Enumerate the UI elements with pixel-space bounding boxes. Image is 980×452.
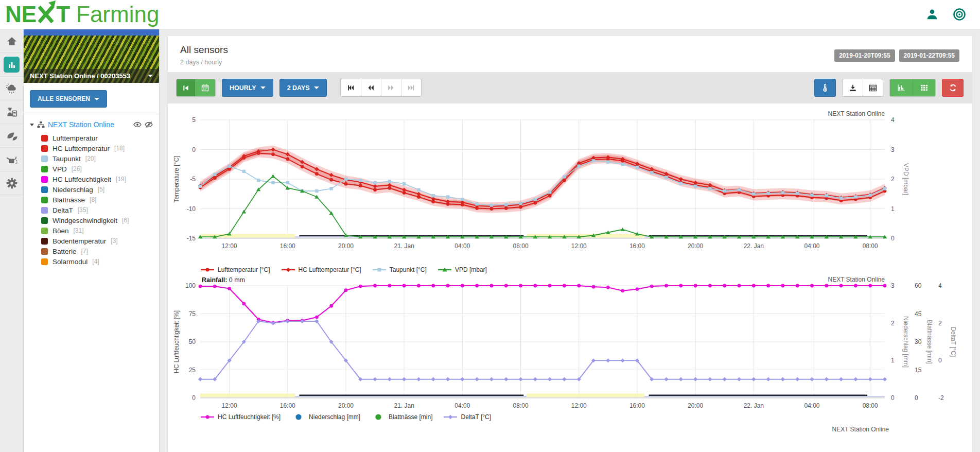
legend-label: Niederschlag [mm] <box>309 413 360 421</box>
sensor-item[interactable]: Windgeschwindigkeit[6] <box>30 215 153 225</box>
sensor-label: VPD <box>52 165 67 173</box>
grid-view-button[interactable] <box>913 79 935 96</box>
rail-item-weather[interactable] <box>0 77 23 100</box>
interval-dropdown[interactable]: HOURLY <box>222 79 273 97</box>
broadcast-button[interactable] <box>952 7 967 22</box>
range-dropdown[interactable]: 2 DAYS <box>279 79 327 97</box>
sensor-item[interactable]: Solarmodul[4] <box>30 256 153 267</box>
next-button[interactable] <box>381 79 401 96</box>
sensor-count: [19] <box>116 176 126 183</box>
svg-text:VPD [mbar]: VPD [mbar] <box>902 163 909 195</box>
user-button[interactable] <box>925 8 939 21</box>
svg-text:16:00: 16:00 <box>280 402 295 409</box>
legend-item[interactable]: VPD [mbar] <box>437 266 487 273</box>
data-table-button[interactable] <box>863 79 883 96</box>
sensor-color-swatch <box>41 258 48 265</box>
logo-text-t: T <box>56 3 70 26</box>
date-from-badge[interactable]: 2019-01-20T09:55 <box>834 49 895 62</box>
sensor-item[interactable]: Bodentemperatur[3] <box>30 236 153 246</box>
sensor-item[interactable]: Batterie[7] <box>30 246 153 256</box>
svg-text:25: 25 <box>189 367 196 374</box>
sensor-count: [35] <box>78 206 88 214</box>
sensor-values-button[interactable] <box>814 79 836 97</box>
rail-item-crops[interactable] <box>0 124 23 148</box>
svg-text:4: 4 <box>891 116 895 124</box>
station-tree-link[interactable]: NEXT Station Online <box>48 120 114 129</box>
jump-to-start-button[interactable] <box>177 79 195 96</box>
weather-icon <box>5 82 19 95</box>
legend-item[interactable]: Blattnässe [min] <box>371 413 432 421</box>
svg-text:-2: -2 <box>938 394 944 402</box>
svg-text:0: 0 <box>192 394 196 402</box>
legend-marker-icon <box>200 414 215 420</box>
all-sensors-dropdown[interactable]: ALLE SENSOREN <box>30 90 107 108</box>
rail-item-agronomist[interactable] <box>0 100 23 124</box>
sensor-label: Bodentemperatur <box>52 237 106 245</box>
rail-item-home[interactable] <box>0 29 23 53</box>
svg-text:Rainfall: 0 mm: Rainfall: 0 mm <box>202 276 245 284</box>
last-page-button[interactable] <box>401 79 421 96</box>
show-all-eye-icon[interactable] <box>133 121 142 128</box>
humidity-chart-legend: HC Luftfeuchtigkeit [%]Niederschlag [mm]… <box>200 413 968 421</box>
sensor-item[interactable]: VPD[26] <box>30 164 153 174</box>
first-page-button[interactable] <box>341 79 361 96</box>
skip-start-icon <box>182 84 190 92</box>
svg-text:12:00: 12:00 <box>222 242 237 250</box>
sensor-item[interactable]: HC Lufttemperatur[18] <box>30 143 153 153</box>
legend-marker-icon <box>437 267 452 273</box>
chevron-down-icon <box>148 75 153 77</box>
legend-item[interactable]: HC Lufttemperatur [°C] <box>281 266 361 273</box>
svg-text:04:00: 04:00 <box>454 402 470 409</box>
hide-all-eye-off-icon[interactable] <box>145 121 153 128</box>
sensor-label: Blattnässe <box>52 196 85 204</box>
svg-text:16:00: 16:00 <box>629 242 645 250</box>
svg-text:0: 0 <box>891 235 895 242</box>
thermometer-icon <box>820 83 830 93</box>
legend-item[interactable]: Taupunkt [°C] <box>372 266 427 273</box>
rail-item-settings[interactable] <box>0 171 23 195</box>
station-selector[interactable]: NEXT Station Online / 00203553 <box>24 69 159 83</box>
date-to-badge[interactable]: 2019-01-22T09:55 <box>899 49 959 62</box>
chevron-down-icon <box>94 98 99 100</box>
chart-temperature: 50-5-10-1512:0016:0020:0021. Jan04:0008:… <box>172 109 968 273</box>
legend-label: Lufttemperatur [°C] <box>218 266 270 273</box>
svg-text:04:00: 04:00 <box>804 242 819 250</box>
sensor-item[interactable]: Böen[31] <box>30 225 153 236</box>
humidity-chart-svg[interactable]: 100755025012:0016:0020:0021. Jan04:0008:… <box>172 275 967 410</box>
bar-chart-icon <box>7 60 16 69</box>
calendar-button[interactable] <box>195 79 215 96</box>
sensor-item[interactable]: Blattnässe[8] <box>30 195 153 205</box>
download-button[interactable] <box>843 79 863 96</box>
svg-text:100: 100 <box>185 282 196 289</box>
legend-item[interactable]: Lufttemperatur [°C] <box>200 266 270 273</box>
rail-item-irrigation[interactable] <box>0 148 23 171</box>
sensor-item[interactable]: Niederschlag[5] <box>30 184 153 195</box>
svg-text:15: 15 <box>915 367 922 374</box>
legend-item[interactable]: HC Luftfeuchtigkeit [%] <box>200 413 281 421</box>
download-icon <box>848 83 857 93</box>
chevron-down-icon <box>314 86 319 89</box>
legend-marker-icon <box>291 414 306 420</box>
legend-item[interactable]: DeltaT [°C] <box>443 413 491 421</box>
rail-item-charts[interactable] <box>0 53 23 77</box>
sensor-item[interactable]: Lufttemperatur <box>30 133 153 143</box>
previous-button[interactable] <box>361 79 381 96</box>
legend-item[interactable]: Niederschlag [mm] <box>291 413 360 421</box>
refresh-button[interactable] <box>942 79 964 97</box>
svg-text:2: 2 <box>938 320 942 327</box>
sensor-count: [26] <box>72 165 82 172</box>
legend-marker-icon <box>371 414 386 420</box>
sensor-item[interactable]: DeltaT[35] <box>30 205 153 215</box>
tree-collapse-caret[interactable] <box>30 124 34 126</box>
sensor-item[interactable]: HC Luftfeuchtigkeit[19] <box>30 174 153 184</box>
home-icon <box>6 35 18 47</box>
sensor-item[interactable]: Taupunkt[20] <box>30 153 153 164</box>
gear-icon <box>5 177 19 190</box>
chart-view-button[interactable] <box>890 79 913 96</box>
svg-text:2: 2 <box>891 320 895 327</box>
hierarchy-icon <box>37 121 45 129</box>
sensor-count: [6] <box>122 217 129 224</box>
temperature-chart-svg[interactable]: 50-5-10-1512:0016:0020:0021. Jan04:0008:… <box>172 109 967 263</box>
svg-text:30: 30 <box>915 338 922 345</box>
legend-marker-icon <box>443 414 458 420</box>
